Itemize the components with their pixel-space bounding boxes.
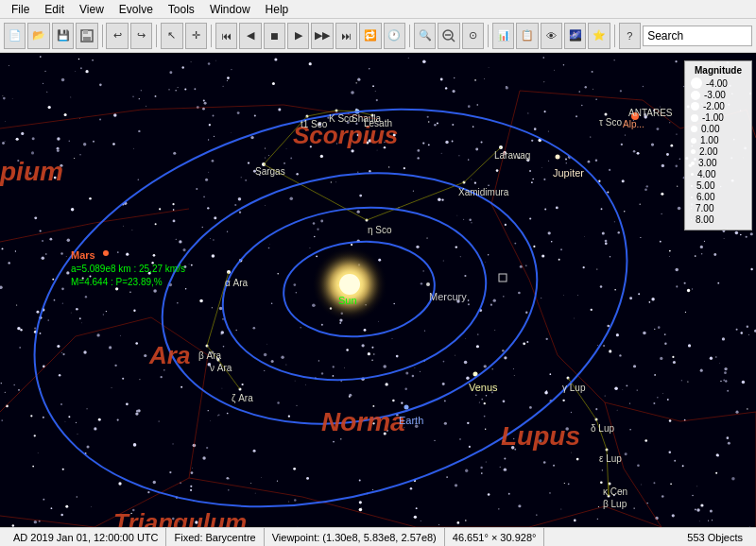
starmap-view[interactable]: Scorpius Ara Norma Lupus Triangulum pium… (0, 53, 756, 527)
legend-val-4: -1.00 (702, 112, 724, 123)
legend-star-4 (691, 114, 698, 122)
sep3 (211, 25, 212, 47)
menu-bar: File Edit View Evolve Tools Window Help (0, 0, 756, 19)
legend-val-5: 0.00 (701, 124, 719, 134)
menu-view[interactable]: View (72, 1, 112, 18)
legend-row-9: 4.00 (691, 169, 746, 179)
legend-val-12: 7.00 (696, 203, 713, 213)
star-canvas (0, 53, 756, 527)
magnitude-title: Magnitude (691, 65, 746, 76)
legend-star-7 (691, 149, 696, 154)
legend-row-5: 0.00 (691, 124, 746, 134)
legend-star-6 (691, 138, 696, 144)
menu-window[interactable]: Window (202, 1, 258, 18)
magnitude-legend: Magnitude -4.00 -3.00 -2.00 -1.00 0.00 1… (684, 60, 752, 230)
sep6 (614, 25, 615, 47)
legend-val-2: -3.00 (704, 90, 726, 100)
redo-button[interactable]: ↪ (130, 23, 152, 49)
svg-line-4 (451, 38, 455, 42)
play-button[interactable]: ▶ (287, 23, 309, 49)
legend-val-11: 6.00 (696, 192, 714, 202)
status-viewpoint-type: Fixed: Barycentre (166, 528, 264, 546)
status-coords: Viewpoint: (1.30e8, 5.83e8, 2.57e8) (265, 528, 445, 546)
legend-star-10 (691, 185, 693, 187)
legend-row-10: 5.00 (691, 180, 746, 191)
fullsky-button[interactable]: ⊙ (462, 23, 484, 49)
legend-val-13: 8.00 (696, 214, 713, 225)
sep4 (409, 25, 410, 47)
legend-star-2 (691, 91, 700, 100)
simbad-button[interactable]: ⭐ (588, 23, 610, 49)
legend-row-4: -1.00 (691, 112, 746, 123)
zoomin-button[interactable]: 🔍 (414, 23, 436, 49)
legend-val-7: 2.00 (699, 146, 717, 157)
legend-star-12 (691, 208, 692, 209)
svg-rect-1 (83, 30, 88, 34)
new-button[interactable]: 📄 (4, 23, 26, 49)
sep2 (156, 25, 157, 47)
menu-evolve[interactable]: Evolve (112, 1, 161, 18)
legend-star-13 (691, 219, 692, 220)
legend-val-6: 1.00 (700, 135, 718, 145)
stepback-button[interactable]: ◀ (239, 23, 261, 49)
dss-button[interactable]: 🌌 (564, 23, 586, 49)
search-input[interactable] (643, 26, 752, 46)
menu-help[interactable]: Help (258, 1, 297, 18)
svg-rect-2 (83, 37, 91, 41)
legend-row-2: -3.00 (691, 90, 746, 100)
stepfwd-button[interactable]: ▶▶ (311, 23, 333, 49)
legend-row-7: 2.00 (691, 146, 746, 157)
legend-star-3 (691, 102, 699, 111)
legend-row-12: 7.00 (691, 203, 746, 213)
legend-star-1 (691, 77, 702, 89)
open-button[interactable]: 📂 (27, 23, 49, 49)
menu-edit[interactable]: Edit (37, 1, 72, 18)
zoomout-button[interactable] (438, 23, 459, 49)
legend-row-3: -2.00 (691, 101, 746, 111)
chart-button[interactable]: 📊 (492, 23, 514, 49)
legend-star-5 (691, 126, 697, 132)
legend-val-9: 4.00 (697, 169, 715, 179)
legend-star-11 (691, 196, 693, 198)
save-button[interactable]: 💾 (52, 23, 74, 49)
legend-star-8 (691, 162, 695, 165)
fastfwd-button[interactable]: ⏭ (335, 23, 357, 49)
legend-row-8: 3.00 (691, 158, 746, 168)
catalog-button[interactable]: 📋 (516, 23, 538, 49)
legend-row-6: 1.00 (691, 135, 746, 145)
legend-row-11: 6.00 (691, 192, 746, 202)
legend-val-1: -4.00 (706, 78, 728, 89)
legend-val-3: -2.00 (703, 101, 725, 111)
pointer-button[interactable]: ✛ (185, 23, 207, 49)
legend-row-13: 8.00 (691, 214, 746, 225)
stop-button[interactable]: ⏹ (264, 23, 285, 49)
legend-val-8: 3.00 (698, 158, 716, 168)
sep1 (102, 25, 103, 47)
loop-button[interactable]: 🔁 (359, 23, 381, 49)
select-button[interactable]: ↖ (161, 23, 182, 49)
legend-val-10: 5.00 (696, 180, 714, 191)
legend-star-9 (691, 173, 694, 176)
status-objects: 553 Objects (679, 528, 750, 546)
status-datetime: AD 2019 Jan 01, 12:00:00 UTC (6, 528, 166, 546)
menu-tools[interactable]: Tools (161, 1, 202, 18)
menu-file[interactable]: File (4, 1, 37, 18)
saveas-button[interactable] (76, 23, 97, 49)
status-bar: AD 2019 Jan 01, 12:00:00 UTC Fixed: Bary… (0, 527, 756, 546)
eyepiece-button[interactable]: 👁 (541, 23, 562, 49)
sep5 (488, 25, 489, 47)
help-button[interactable]: ? (619, 23, 641, 49)
status-angle: 46.651° × 30.928° (445, 528, 545, 546)
undo-button[interactable]: ↩ (106, 23, 128, 49)
timenow-button[interactable]: 🕐 (384, 23, 405, 49)
toolbar: 📄 📂 💾 ↩ ↪ ↖ ✛ ⏮ ◀ ⏹ ▶ ▶▶ ⏭ 🔁 🕐 🔍 ⊙ 📊 📋 👁… (0, 19, 756, 53)
rewind-button[interactable]: ⏮ (215, 23, 237, 49)
legend-row-1: -4.00 (691, 77, 746, 89)
